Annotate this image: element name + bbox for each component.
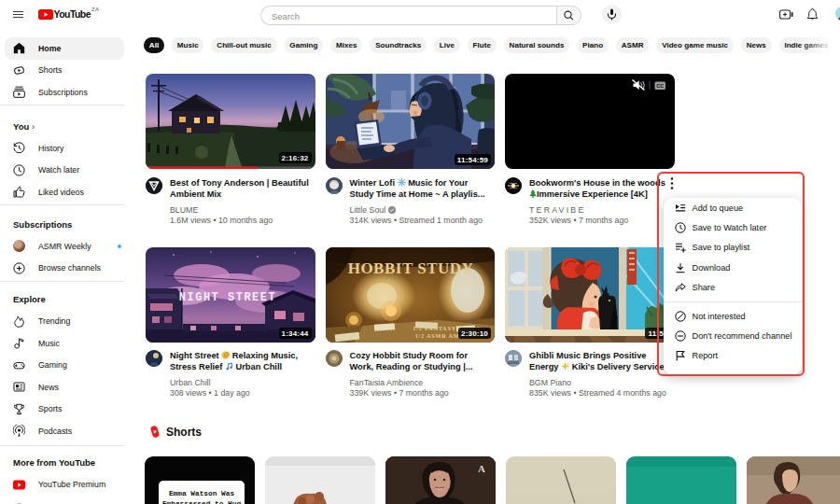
svg-text:1/2 ASMR AMB: 1/2 ASMR AMB — [414, 332, 464, 339]
svg-text:HOBBIT STUDY: HOBBIT STUDY — [347, 259, 473, 277]
svg-text:A: A — [478, 463, 485, 474]
svg-text:NIGHT STREET: NIGHT STREET — [179, 291, 276, 304]
svg-text:CC: CC — [656, 83, 664, 89]
